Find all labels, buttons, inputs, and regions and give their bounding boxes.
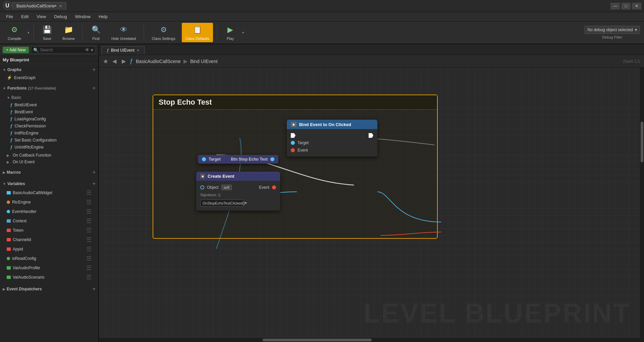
sidebar-item-oncallback[interactable]: ▶ On Callback Function: [0, 152, 98, 159]
bind-event-node[interactable]: ■ Bind Event to On Clicked Target: [287, 120, 377, 157]
event-dispatchers-add-button[interactable]: +: [93, 286, 96, 292]
maximize-button[interactable]: □: [621, 3, 631, 9]
event-dispatchers-label: Event Dispatchers: [7, 287, 42, 291]
btn-stop-node[interactable]: Target Btn Stop Echo Test: [198, 155, 278, 164]
functions-header[interactable]: ▼ Functions (17 Overridable) +: [0, 84, 98, 93]
browse-button[interactable]: 📁 Browse: [59, 23, 78, 42]
variables-header[interactable]: ▼ Variables +: [0, 179, 98, 188]
sidebar-item-rtcengine[interactable]: RtcEngine ☰: [0, 197, 98, 207]
sidebar-item-context[interactable]: Context ☰: [0, 216, 98, 226]
scene-tab[interactable]: BasicAudioCallScene• ✕: [12, 2, 66, 10]
menu-edit[interactable]: Edit: [18, 13, 32, 20]
sidebar-item-appid[interactable]: Appid ☰: [0, 244, 98, 254]
create-event-node[interactable]: ■ Create Event Object self Event Signatu…: [196, 172, 280, 211]
close-button[interactable]: ✕: [632, 3, 641, 9]
compile-dropdown-arrow[interactable]: ▾: [28, 31, 30, 35]
add-new-label: + Add New: [6, 48, 25, 52]
var-collapse-4[interactable]: ☰: [86, 227, 92, 234]
create-event-dropdown[interactable]: OnStopEchoTestClicked() ▾: [200, 199, 244, 207]
sidebar-item-setbasicconfig[interactable]: ƒ Set Basic Configuration: [0, 136, 98, 144]
tab-close-icon[interactable]: ✕: [137, 48, 140, 53]
compile-button[interactable]: ⚙ Compile: [4, 23, 25, 42]
sidebar-item-valaudioscenario[interactable]: ValAudioScenario ☰: [0, 273, 98, 282]
var-icon-channelid: [7, 238, 11, 241]
sidebar-item-isreadconfig[interactable]: isReadConfig ☰: [0, 254, 98, 263]
var-collapse-5[interactable]: ☰: [86, 236, 92, 243]
bind-event-event-label: Event: [298, 148, 308, 153]
variables-add-button[interactable]: +: [93, 181, 96, 187]
hide-unrelated-button[interactable]: 👁 Hide Unrelated: [108, 23, 140, 42]
var-collapse-2[interactable]: ☰: [86, 208, 92, 215]
sidebar-item-channelid[interactable]: ChannelId ☰: [0, 235, 98, 244]
var-collapse-9[interactable]: ☰: [86, 274, 92, 281]
bookmark-button[interactable]: ★: [103, 58, 108, 65]
add-new-button[interactable]: + Add New: [3, 47, 29, 53]
sidebar-item-eventhandler[interactable]: EventHandler ☰: [0, 207, 98, 216]
search-input[interactable]: [40, 48, 84, 52]
menu-view[interactable]: View: [33, 13, 49, 20]
var-icon-valaudioprofile: [7, 266, 11, 270]
nav-forward-button[interactable]: ▶: [120, 57, 127, 65]
macros-add-button[interactable]: +: [93, 169, 96, 175]
menu-debug[interactable]: Debug: [51, 13, 70, 20]
nav-back-button[interactable]: ◀: [111, 57, 118, 65]
filter-dropdown-icon[interactable]: ▾: [91, 47, 93, 53]
save-button[interactable]: 💾 Save: [38, 23, 56, 42]
blueprint-canvas[interactable]: LEVEL BLUEPRINT Stop Echo Test: [99, 68, 644, 342]
create-event-dropdown-row[interactable]: OnStopEchoTestClicked() ▾: [196, 198, 280, 208]
var-collapse-6[interactable]: ☰: [86, 245, 92, 253]
create-event-object-pin: [200, 185, 204, 189]
sidebar-item-bindevent[interactable]: ƒ BindEvent: [0, 108, 98, 115]
event-dispatchers-header[interactable]: ▶ Event Dispatchers +: [0, 285, 98, 293]
tab-label-bind-uievent: Bind UIEvent: [111, 48, 135, 53]
canvas-scrollbar-vertical[interactable]: [640, 68, 644, 338]
menu-window[interactable]: Window: [72, 13, 94, 20]
var-collapse-0[interactable]: ☰: [86, 189, 92, 196]
titlebar: U BasicAudioCallScene• ✕ — □ ✕: [0, 0, 644, 12]
canvas-scroll-thumb-v[interactable]: [641, 122, 643, 162]
functions-count: (17 Overridable): [28, 86, 56, 90]
find-button[interactable]: 🔍 Find: [87, 23, 105, 42]
var-collapse-8[interactable]: ☰: [86, 264, 92, 272]
sidebar-item-valaudioprofile[interactable]: ValAudioProfile ☰: [0, 263, 98, 273]
class-settings-button[interactable]: ⚙ Class Settings: [148, 23, 179, 42]
create-event-self-tag: self: [221, 185, 232, 190]
eye-icon[interactable]: 👁: [85, 47, 90, 53]
var-collapse-1[interactable]: ☰: [86, 198, 92, 206]
var-collapse-7[interactable]: ☰: [86, 255, 92, 262]
sidebar-item-token[interactable]: Token ☰: [0, 226, 98, 235]
graphs-section: ▼ Graphs + ⚡ EventGraph: [0, 64, 98, 82]
breadcrumb-func-icon: ƒ: [130, 58, 133, 65]
functions-add-button[interactable]: +: [93, 85, 96, 91]
btn-stop-value-out-pin: [270, 157, 274, 161]
basic-section-header[interactable]: ▼ Basic: [0, 94, 98, 101]
func-label-uninitrtcengine: UnInitRtcEngine: [14, 145, 44, 150]
sidebar-item-initrtcengine[interactable]: ƒ InitRtcEngine: [0, 129, 98, 136]
func-icon-6: ƒ: [10, 137, 12, 142]
minimize-button[interactable]: —: [610, 3, 620, 9]
play-button[interactable]: ▶ Play: [221, 23, 239, 42]
tab-bind-uievent[interactable]: ƒ Bind UIEvent ✕: [102, 46, 145, 55]
tab-close-btn[interactable]: ✕: [59, 4, 62, 8]
sidebar-item-loadagoraconfig[interactable]: ƒ LoadAgoraConfig: [0, 115, 98, 122]
sidebar-item-uninitrtcengine[interactable]: ƒ UnInitRtcEngine: [0, 144, 98, 151]
menu-file[interactable]: File: [3, 13, 16, 20]
sidebar-item-binduievent[interactable]: ƒ BindUIEvent: [0, 101, 98, 108]
sidebar-item-checkpermission[interactable]: ƒ CheckPermission: [0, 122, 98, 129]
toolbar: ⚙ Compile ▾ 💾 Save 📁 Browse 🔍 Find 👁 Hid…: [0, 21, 644, 44]
class-defaults-button[interactable]: 📋 Class Defaults: [182, 23, 213, 42]
sidebar-item-onuievent[interactable]: ▶ On UI Event: [0, 159, 98, 165]
graphs-header[interactable]: ▼ Graphs +: [0, 65, 98, 74]
canvas-scrollbar-horizontal[interactable]: [99, 338, 644, 342]
graphs-add-button[interactable]: +: [93, 67, 96, 73]
macros-header[interactable]: ▶ Macros +: [0, 168, 98, 177]
menu-help[interactable]: Help: [95, 13, 111, 20]
canvas-scroll-thumb-h[interactable]: [263, 339, 372, 341]
var-collapse-3[interactable]: ☰: [86, 217, 92, 225]
debug-object-select[interactable]: No debug object selected ▾: [585, 26, 640, 34]
play-dropdown-arrow[interactable]: ▾: [242, 31, 244, 35]
sidebar-item-basicaudiocallwidget[interactable]: BasicAudioCallWidget ☰: [0, 188, 98, 197]
sidebar-item-eventgraph[interactable]: ⚡ EventGraph: [0, 74, 98, 81]
search-icon: 🔍: [33, 48, 39, 53]
bind-event-node-title: Bind Event to On Clicked: [299, 122, 351, 127]
